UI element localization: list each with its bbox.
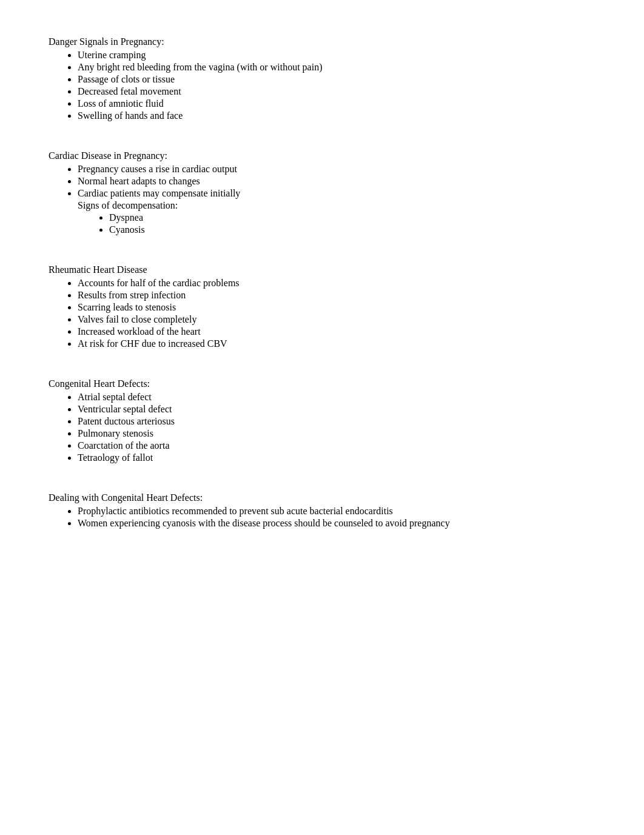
section2-title: Cardiac Disease in Pregnancy: (49, 150, 595, 161)
list-item: Women experiencing cyanosis with the dis… (78, 518, 595, 529)
section-danger-signals: Danger Signals in Pregnancy: Uterine cra… (49, 36, 595, 121)
list-item: Loss of amniotic fluid (78, 98, 595, 109)
list-item: Results from strep infection (78, 290, 595, 301)
list-item: Any bright red bleeding from the vagina … (78, 62, 595, 73)
section-cardiac-disease: Cardiac Disease in Pregnancy: Pregnancy … (49, 150, 595, 235)
list-item: Dyspnea (109, 212, 595, 223)
list-item: Pregnancy causes a rise in cardiac outpu… (78, 164, 595, 175)
section-rheumatic: Rheumatic Heart Disease Accounts for hal… (49, 264, 595, 349)
section2-list: Pregnancy causes a rise in cardiac outpu… (49, 164, 595, 199)
list-item: Patent ductous arteriosus (78, 416, 595, 427)
list-item: Decreased fetal movement (78, 86, 595, 97)
list-item: Ventricular septal defect (78, 404, 595, 415)
list-item: Valves fail to close completely (78, 314, 595, 325)
section1-list: Uterine cramping Any bright red bleeding… (49, 50, 595, 121)
list-item: Increased workload of the heart (78, 326, 595, 337)
list-item: Cyanosis (109, 224, 595, 235)
list-item: Prophylactic antibiotics recommended to … (78, 506, 595, 517)
list-item: Accounts for half of the cardiac problem… (78, 278, 595, 289)
signs-label: Signs of decompensation: (49, 200, 595, 211)
section3-list: Accounts for half of the cardiac problem… (49, 278, 595, 349)
list-item: Atrial septal defect (78, 392, 595, 403)
list-item: Swelling of hands and face (78, 110, 595, 121)
section3-title: Rheumatic Heart Disease (49, 264, 595, 275)
list-item: Uterine cramping (78, 50, 595, 61)
list-item: Tetraology of fallot (78, 452, 595, 463)
section-dealing-congenital: Dealing with Congenital Heart Defects: P… (49, 492, 595, 529)
list-item: Normal heart adapts to changes (78, 176, 595, 187)
section4-list: Atrial septal defect Ventricular septal … (49, 392, 595, 463)
list-item: Pulmonary stenosis (78, 428, 595, 439)
list-item: Passage of clots or tissue (78, 74, 595, 85)
section4-title: Congenital Heart Defects: (49, 378, 595, 389)
list-item: Coarctation of the aorta (78, 440, 595, 451)
section1-title: Danger Signals in Pregnancy: (49, 36, 595, 47)
section-congenital: Congenital Heart Defects: Atrial septal … (49, 378, 595, 463)
list-item: At risk for CHF due to increased CBV (78, 338, 595, 349)
signs-list: Dyspnea Cyanosis (49, 212, 595, 235)
list-item: Cardiac patients may compensate initiall… (78, 188, 595, 199)
section5-list: Prophylactic antibiotics recommended to … (49, 506, 595, 529)
list-item: Scarring leads to stenosis (78, 302, 595, 313)
section5-title: Dealing with Congenital Heart Defects: (49, 492, 595, 503)
